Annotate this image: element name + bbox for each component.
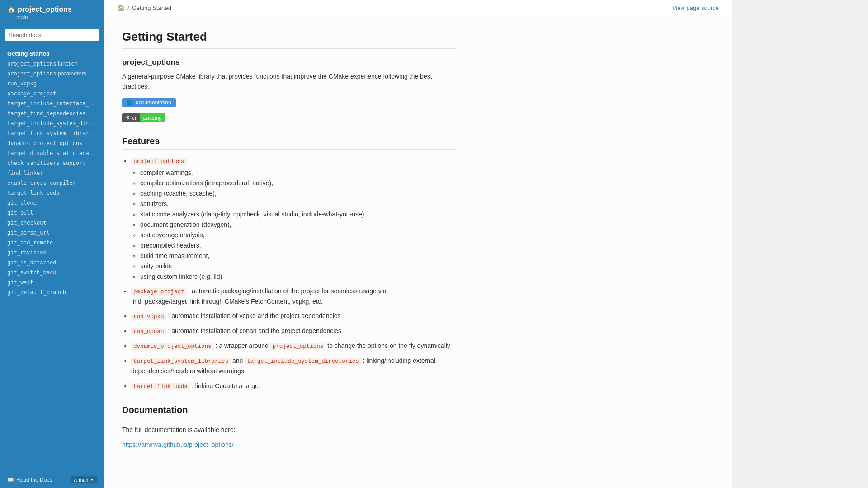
badge-docs-label: documentation	[136, 99, 171, 106]
nav-find-linker[interactable]: find_linker	[0, 168, 104, 178]
nav-target-disable-static[interactable]: target_disable_static_analysis	[0, 148, 104, 158]
badges-container: 📘 documentation ⚙ ci passing	[122, 98, 457, 122]
sidebar-nav: Getting Started project_options function…	[0, 44, 104, 471]
nav-git-is-detached[interactable]: git_is_detached	[0, 258, 104, 267]
feature-item-6: target_link_cuda : linking Cuda to a tar…	[131, 381, 457, 391]
topbar: 🏠 / Getting Started View page source	[104, 0, 732, 16]
nav-git-wait[interactable]: git_wait	[0, 277, 104, 287]
documentation-title: Documentation	[122, 405, 457, 418]
view-page-source-link[interactable]: View page source	[672, 5, 719, 11]
search-input[interactable]	[5, 29, 99, 41]
breadcrumb-page: Getting Started	[132, 5, 171, 11]
nav-target-include-sys-dirs[interactable]: target_include_system_directories	[0, 118, 104, 128]
nav-section-title: Getting Started	[0, 47, 104, 59]
badge-ci-left-text: ci	[132, 115, 136, 121]
feature-item-1: package_project : automatic packaging/in…	[131, 286, 457, 306]
page-title: Getting Started	[122, 30, 457, 49]
nav-items-container: project_options functionproject_options …	[0, 59, 104, 297]
right-panel	[732, 0, 868, 488]
sidebar-project[interactable]: 🏠 project_options	[7, 5, 97, 14]
nav-git-checkout[interactable]: git_checkout	[0, 218, 104, 228]
sidebar-footer: 📖 Read the Docs v: main ▾	[0, 471, 104, 488]
features-title: Features	[122, 136, 457, 150]
features-list: project_options :compiler warnings,compi…	[131, 156, 457, 391]
nav-check-sanitizers[interactable]: check_sanitizers_support	[0, 158, 104, 168]
feature-subitem-0-3: sanitizers,	[140, 199, 457, 209]
project-options-subtitle: project_options	[122, 58, 457, 67]
nav-git-revision[interactable]: git_revision	[0, 248, 104, 258]
nav-package-project[interactable]: package_project	[0, 89, 104, 99]
rtd-label: 📖 Read the Docs	[7, 477, 52, 483]
nav-git-clone[interactable]: git_clone	[0, 198, 104, 208]
feature-subitem-0-8: build time measurement,	[140, 251, 457, 261]
github-icon: ⚙	[126, 115, 130, 121]
nav-target-find-deps[interactable]: target_find_dependencies	[0, 108, 104, 118]
feature-item-5: target_link_system_libraries and target_…	[131, 356, 457, 376]
content: Getting Started project_options A genera…	[104, 16, 475, 462]
nav-enable-cross-compiler[interactable]: enable_cross_compiler	[0, 178, 104, 188]
book-icon: 📖	[7, 477, 14, 483]
sidebar: 🏠 project_options main Getting Started p…	[0, 0, 104, 488]
feature-item-0: project_options :compiler warnings,compi…	[131, 156, 457, 282]
version-badge[interactable]: v: main ▾	[71, 476, 97, 483]
feature-subitem-0-2: caching (ccache, sccache),	[140, 189, 457, 198]
description-text: A general-purpose CMake library that pro…	[122, 71, 457, 92]
nav-git-default-branch[interactable]: git_default_branch	[0, 287, 104, 297]
badge-ci: ⚙ ci passing	[122, 113, 165, 122]
nav-git-switch-back[interactable]: git_switch_back	[0, 267, 104, 277]
feature-item-2: run_vcpkg : automatic installation of vc…	[131, 311, 457, 321]
nav-target-link-cuda[interactable]: target_link_cuda	[0, 188, 104, 198]
feature-subitem-0-5: document generation (doxygen),	[140, 220, 457, 230]
nav-target-include-interface-dirs[interactable]: target_include_interface_directories	[0, 99, 104, 108]
documentation-text: The full documentation is available here…	[122, 425, 457, 435]
nav-dynamic-project-options[interactable]: dynamic_project_options	[0, 138, 104, 148]
feature-subitem-0-0: compiler warnings,	[140, 168, 457, 178]
documentation-link[interactable]: https://aminya.github.io/project_options…	[122, 441, 234, 448]
feature-subitem-0-6: test coverage analysis,	[140, 230, 457, 240]
version-badge-text: v: main	[74, 477, 90, 483]
feature-subitem-0-9: unity builds	[140, 262, 457, 271]
badge-docs-icon: 📘	[127, 99, 133, 106]
feature-item-4: dynamic_project_options : a wrapper arou…	[131, 341, 457, 351]
sidebar-header: 🏠 project_options main	[0, 0, 104, 24]
feature-subitem-0-10: using custom linkers (e.g. lld)	[140, 272, 457, 282]
feature-subitem-0-1: compiler optimizations (intraprocedural,…	[140, 178, 457, 188]
sidebar-version: main	[16, 14, 97, 21]
sidebar-project-name: project_options	[18, 5, 72, 14]
nav-git-pull[interactable]: git_pull	[0, 208, 104, 218]
feature-item-3: run_conan : automatic installation of co…	[131, 326, 457, 336]
rtd-text: Read the Docs	[16, 477, 52, 483]
chevron-down-icon: ▾	[91, 477, 94, 483]
breadcrumb-home-icon[interactable]: 🏠	[118, 5, 125, 11]
nav-run-vcpkg[interactable]: run_vcpkg	[0, 79, 104, 89]
main-content-area: 🏠 / Getting Started View page source Get…	[104, 0, 732, 488]
home-icon: 🏠	[7, 6, 15, 13]
search-box	[5, 29, 99, 41]
feature-subitem-0-4: static code analyzers (clang-tidy, cppch…	[140, 210, 457, 219]
badge-docs: 📘 documentation	[122, 98, 176, 107]
breadcrumb: 🏠 / Getting Started	[118, 5, 171, 11]
nav-target-link-sys-libs[interactable]: target_link_system_libraries	[0, 128, 104, 138]
badge-ci-right-text: passing	[140, 113, 165, 122]
nav-git-parse-url[interactable]: git_parse_url	[0, 228, 104, 238]
breadcrumb-separator: /	[127, 5, 129, 11]
feature-subitem-0-7: precompiled headers,	[140, 241, 457, 250]
nav-git-add-remote[interactable]: git_add_remote	[0, 238, 104, 248]
nav-project-options-function[interactable]: project_options function	[0, 59, 104, 69]
nav-project-options-parameters[interactable]: project_options parameters	[0, 69, 104, 79]
badge-ci-left: ⚙ ci	[122, 113, 140, 122]
